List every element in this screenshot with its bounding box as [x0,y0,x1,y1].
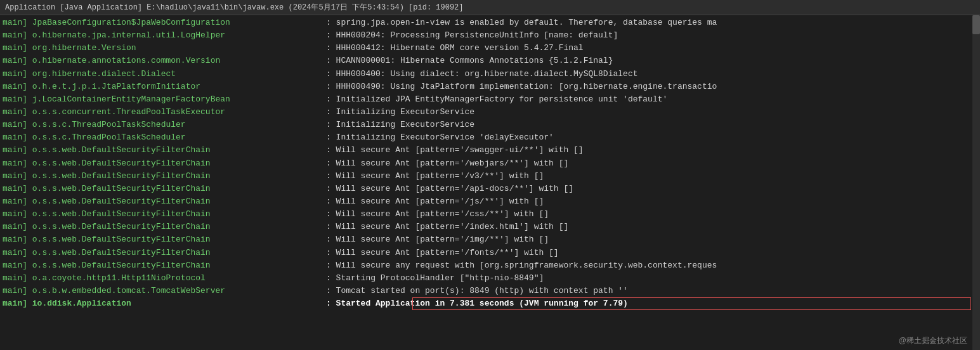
log-line: main] o.s.s.c.ThreadPoolTaskScheduler: I… [0,131,980,144]
log-line: main] o.s.s.web.DefaultSecurityFilterCha… [0,259,980,272]
log-prefix: main] org.hibernate.dialect.Dialect [3,68,326,81]
log-message: : Started Application in 7.381 seconds (… [326,297,977,310]
log-message: : Will secure Ant [pattern='/swagger-ui/… [326,144,977,157]
log-line: main] io.ddisk.Application: Started Appl… [0,297,980,310]
log-prefix: main] o.s.s.web.DefaultSecurityFilterCha… [3,247,326,259]
log-line: main] o.s.s.web.DefaultSecurityFilterCha… [0,247,980,259]
log-line: main] o.s.s.web.DefaultSecurityFilterCha… [0,170,980,183]
log-prefix: main] org.hibernate.Version [3,42,326,55]
log-prefix: main] o.s.s.web.DefaultSecurityFilterCha… [3,221,326,233]
log-message: : Initializing ExecutorService [326,119,977,131]
log-prefix: main] JpaBaseConfiguration$JpaWebConfigu… [3,16,326,29]
log-message: : Initializing ExecutorService 'delayExe… [326,131,977,144]
log-line: main] o.s.s.web.DefaultSecurityFilterCha… [0,183,980,195]
log-message: : HCANN000001: Hibernate Commons Annotat… [326,55,977,67]
log-line: main] o.s.s.web.DefaultSecurityFilterCha… [0,208,980,221]
log-prefix: main] o.h.e.t.j.p.i.JtaPlatformInitiator [3,81,326,93]
log-message: : HHH000204: Processing PersistenceUnitI… [326,29,977,42]
log-message: : Will secure any request with [org.spri… [326,259,977,272]
log-message: : Will secure Ant [pattern='/index.html'… [326,221,977,233]
log-prefix: main] o.s.s.web.DefaultSecurityFilterCha… [3,170,326,183]
log-prefix: main] o.a.coyote.http11.Http11NioProtoco… [3,272,326,285]
log-message: : Will secure Ant [pattern='/webjars/**'… [326,157,977,170]
log-message: : Will secure Ant [pattern='/img/**'] wi… [326,233,977,246]
log-prefix: main] o.s.s.web.DefaultSecurityFilterCha… [3,208,326,221]
log-message: : Will secure Ant [pattern='/fonts/**'] … [326,247,977,259]
log-line: main] o.a.coyote.http11.Http11NioProtoco… [0,272,980,285]
log-line: main] o.s.s.concurrent.ThreadPoolTaskExe… [0,106,980,119]
log-prefix: main] o.s.s.web.DefaultSecurityFilterCha… [3,259,326,272]
log-line: main] o.s.s.web.DefaultSecurityFilterCha… [0,195,980,208]
log-message: : spring.jpa.open-in-view is enabled by … [326,16,977,29]
log-message: : Will secure Ant [pattern='/css/**'] wi… [326,208,977,221]
log-line: main] o.hibernate.jpa.internal.util.LogH… [0,29,980,42]
log-prefix: main] o.s.s.concurrent.ThreadPoolTaskExe… [3,106,326,119]
log-line: main] o.s.b.w.embedded.tomcat.TomcatWebS… [0,285,980,297]
watermark: @稀土掘金技术社区 [899,335,967,346]
title-text: Application [Java Application] E:\hadluo… [5,3,464,12]
log-line: main] o.h.e.t.j.p.i.JtaPlatformInitiator… [0,81,980,93]
log-line: main] o.hibernate.annotations.common.Ver… [0,55,980,67]
log-line: main] o.s.s.c.ThreadPoolTaskScheduler: I… [0,119,980,131]
log-prefix: main] o.s.s.web.DefaultSecurityFilterCha… [3,157,326,170]
log-line: main] o.s.s.web.DefaultSecurityFilterCha… [0,157,980,170]
log-line: main] JpaBaseConfiguration$JpaWebConfigu… [0,16,980,29]
log-message: : Initialized JPA EntityManagerFactory f… [326,93,977,106]
log-prefix: main] o.s.s.web.DefaultSecurityFilterCha… [3,233,326,246]
log-prefix: main] j.LocalContainerEntityManagerFacto… [3,93,326,106]
log-line: main] o.s.s.web.DefaultSecurityFilterCha… [0,221,980,233]
log-message: : Starting ProtocolHandler ["http-nio-88… [326,272,977,285]
log-message: : Tomcat started on port(s): 8849 (http)… [326,285,977,297]
log-prefix: main] o.s.b.w.embedded.tomcat.TomcatWebS… [3,285,326,297]
log-prefix: main] o.s.s.web.DefaultSecurityFilterCha… [3,144,326,157]
log-line: main] org.hibernate.dialect.Dialect: HHH… [0,68,980,81]
log-message: : HHH000412: Hibernate ORM core version … [326,42,977,55]
log-prefix: main] o.hibernate.annotations.common.Ver… [3,55,326,67]
log-line: main] o.s.s.web.DefaultSecurityFilterCha… [0,144,980,157]
title-bar: Application [Java Application] E:\hadluo… [0,0,980,15]
log-prefix: main] o.hibernate.jpa.internal.util.LogH… [3,29,326,42]
log-line: main] org.hibernate.Version: HHH000412: … [0,42,980,55]
log-line: main] o.s.s.web.DefaultSecurityFilterCha… [0,233,980,246]
log-message: : HHH000400: Using dialect: org.hibernat… [326,68,977,81]
log-message: : Will secure Ant [pattern='/js/**'] wit… [326,195,977,208]
log-prefix: main] o.s.s.web.DefaultSecurityFilterCha… [3,195,326,208]
log-message: : HHH000490: Using JtaPlatform implement… [326,81,977,93]
log-prefix: main] o.s.s.c.ThreadPoolTaskScheduler [3,119,326,131]
log-message: : Will secure Ant [pattern='/v3/**'] wit… [326,170,977,183]
log-line: main] j.LocalContainerEntityManagerFacto… [0,93,980,106]
scrollbar-thumb[interactable] [972,15,980,34]
log-prefix: main] o.s.s.c.ThreadPoolTaskScheduler [3,131,326,144]
log-container: main] JpaBaseConfiguration$JpaWebConfigu… [0,15,980,350]
log-prefix: main] o.s.s.web.DefaultSecurityFilterCha… [3,183,326,195]
log-prefix: main] io.ddisk.Application [3,297,326,310]
log-message: : Initializing ExecutorService [326,106,977,119]
scrollbar[interactable] [972,15,980,350]
log-message: : Will secure Ant [pattern='/api-docs/**… [326,183,977,195]
